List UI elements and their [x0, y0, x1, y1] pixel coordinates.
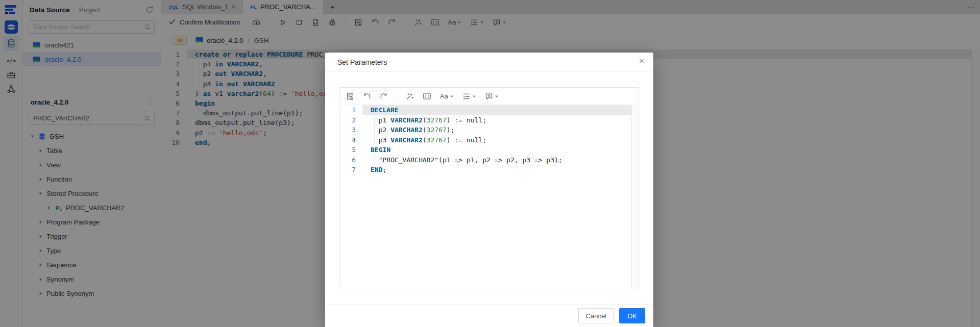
format-button[interactable] [406, 92, 414, 100]
cancel-button[interactable]: Cancel [578, 308, 614, 323]
line-number: 1 [340, 105, 362, 115]
redo-icon [380, 92, 388, 100]
comment-add-icon [485, 92, 493, 100]
undo-button[interactable] [363, 92, 371, 100]
toolbar-separator [397, 92, 397, 100]
set-parameters-dialog: Set Parameters × 1:1Aa 1DECLARE2 p1 VARC… [325, 53, 653, 327]
plan-icon [346, 92, 354, 100]
code-text: p1 VARCHAR2(32767) := null; [362, 115, 631, 125]
plan-button[interactable] [346, 92, 354, 100]
code-text: "PROC_VARCHAR2"(p1 => p1, p2 => p2, p3 =… [362, 155, 631, 165]
dialog-editor-scrollbar[interactable] [631, 105, 639, 289]
ratio-icon: 1:1 [423, 92, 431, 100]
dialog-header: Set Parameters × [325, 53, 653, 72]
parameters-editor: 1:1Aa 1DECLARE2 p1 VARCHAR2(32767) := nu… [339, 87, 639, 289]
code-line[interactable]: 6 "PROC_VARCHAR2"(p1 => p1, p2 => p2, p3… [340, 155, 631, 165]
code-text: p2 VARCHAR2(32767); [362, 125, 631, 135]
line-number: 4 [340, 135, 362, 145]
undo-icon [363, 92, 371, 100]
code-line[interactable]: 5BEGIN [340, 145, 631, 155]
chevron-down-icon [450, 94, 454, 98]
comment-add-button[interactable] [485, 92, 499, 100]
parameters-code-editor[interactable]: 1DECLARE2 p1 VARCHAR2(32767) := null;3 p… [340, 105, 631, 289]
dialog-editor-toolbar: 1:1Aa [340, 88, 639, 105]
code-text: p3 VARCHAR2(32767) := null; [362, 135, 631, 145]
line-number: 3 [340, 125, 362, 135]
line-number: 6 [340, 155, 362, 165]
line-number: 5 [340, 145, 362, 155]
odc-app: </> Data SourceProject oracle421oracle_4… [0, 0, 980, 327]
format-icon [406, 92, 414, 100]
case-button[interactable]: Aa [440, 92, 454, 100]
line-number: 2 [340, 115, 362, 125]
code-text: BEGIN [362, 145, 631, 155]
close-icon[interactable]: × [639, 57, 644, 65]
code-line[interactable]: 2 p1 VARCHAR2(32767) := null; [340, 115, 631, 125]
code-line[interactable]: 4 p3 VARCHAR2(32767) := null; [340, 135, 631, 145]
code-text: END; [362, 165, 631, 175]
ratio-button[interactable]: 1:1 [423, 92, 431, 100]
indent-icon [462, 92, 471, 100]
code-line[interactable]: 3 p2 VARCHAR2(32767); [340, 125, 631, 135]
code-line[interactable]: 7END; [340, 165, 631, 175]
indent-button[interactable] [462, 92, 476, 100]
dialog-footer: Cancel OK [325, 304, 653, 327]
chevron-down-icon [495, 94, 499, 98]
svg-text:1:1: 1:1 [425, 94, 430, 98]
code-text: DECLARE [362, 105, 631, 115]
line-number: 7 [340, 165, 362, 175]
case-icon: Aa [440, 92, 448, 100]
redo-button[interactable] [380, 92, 388, 100]
chevron-down-icon [472, 94, 476, 98]
code-line[interactable]: 1DECLARE [340, 105, 631, 115]
ok-button[interactable]: OK [619, 308, 645, 323]
dialog-title: Set Parameters [337, 58, 387, 66]
